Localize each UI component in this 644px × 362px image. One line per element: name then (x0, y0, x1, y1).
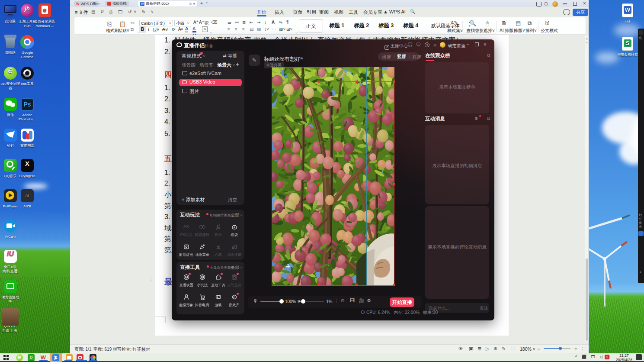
svg-text:PK: PK (183, 224, 190, 229)
